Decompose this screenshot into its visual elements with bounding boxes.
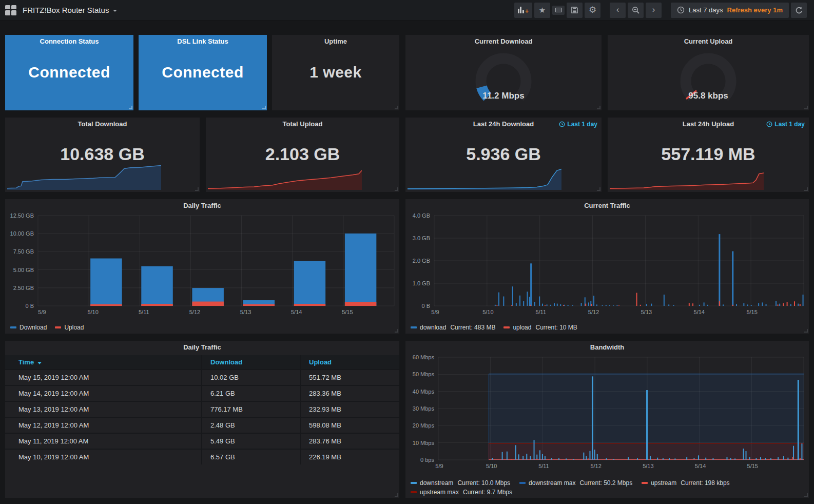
- dashboard-title-dropdown[interactable]: FRITZ!Box Router Status: [23, 6, 117, 14]
- panel-title[interactable]: Current Download: [405, 35, 602, 48]
- panel-resize-handle[interactable]: [597, 187, 600, 191]
- navbar: FRITZ!Box Router Status + ★ ⚙ ‹: [0, 0, 814, 21]
- panel-daily-traffic-table: Daily Traffic Time Download Upload May 1…: [5, 341, 399, 498]
- panel-resize-handle[interactable]: [597, 106, 600, 109]
- panel-title[interactable]: Daily Traffic: [5, 199, 399, 212]
- table-row: May 15, 2019 12:00 AM 10.02 GB 551.72 MB: [5, 369, 399, 385]
- legend-item[interactable]: download Current: 483 MB: [411, 324, 495, 331]
- time-forward-button[interactable]: ›: [646, 3, 662, 18]
- total-download-value: 10.638 GB: [5, 144, 200, 164]
- legend-item[interactable]: downstream Current: 10.0 Mbps: [411, 479, 510, 487]
- column-header-download[interactable]: Download: [202, 355, 301, 369]
- panel-connection-status: Connection Status Connected: [5, 35, 133, 110]
- timeshift-label: Last 1 day: [567, 121, 597, 128]
- panel-resize-handle[interactable]: [804, 493, 808, 497]
- refresh-interval-label: Refresh every 1m: [727, 6, 783, 14]
- refresh-button[interactable]: [791, 3, 807, 18]
- svg-text:0 B: 0 B: [421, 303, 430, 309]
- svg-text:5/14: 5/14: [694, 309, 705, 315]
- panel-current-traffic-chart: Current Traffic 0 B1.0 GB2.0 GB3.0 GB4.0…: [405, 199, 809, 334]
- panel-bandwidth-chart: Bandwidth 0 bps10 Mbps20 Mbps30 Mbps40 M…: [405, 341, 809, 498]
- panel-resize-handle[interactable]: [395, 187, 398, 191]
- time-back-button[interactable]: ‹: [610, 3, 626, 18]
- legend-item[interactable]: downstream max Current: 50.2 Mbps: [519, 479, 632, 487]
- panel-resize-handle[interactable]: [395, 106, 398, 109]
- table-row: May 13, 2019 12:00 AM 776.17 MB 232.93 M…: [5, 401, 399, 417]
- panel-resize-handle[interactable]: [804, 106, 808, 109]
- svg-text:10 Mbps: 10 Mbps: [413, 440, 435, 446]
- legend-swatch: [55, 326, 61, 328]
- panel-total-download: Total Download 10.638 GB: [5, 118, 200, 192]
- svg-text:5.00 GB: 5.00 GB: [13, 267, 34, 273]
- panel-title[interactable]: DSL Link Status: [139, 35, 267, 48]
- total-upload-sparkline: [208, 162, 362, 190]
- panel-title[interactable]: Daily Traffic: [5, 341, 399, 354]
- panel-resize-handle[interactable]: [804, 329, 808, 333]
- svg-text:60 Mbps: 60 Mbps: [413, 354, 435, 360]
- column-header-time[interactable]: Time: [5, 355, 202, 369]
- gear-icon: ⚙: [589, 5, 596, 15]
- column-header-upload[interactable]: Upload: [301, 355, 399, 369]
- current-traffic-chart[interactable]: 0 B1.0 GB2.0 GB3.0 GB4.0 GB5/95/105/115/…: [405, 212, 809, 319]
- svg-text:5/10: 5/10: [482, 309, 493, 315]
- svg-text:5/9: 5/9: [435, 463, 443, 469]
- legend-item[interactable]: upstream Current: 198 kbps: [642, 479, 729, 487]
- panel-resize-handle[interactable]: [262, 106, 266, 109]
- last24h-upload-sparkline: [610, 166, 764, 190]
- legend-item[interactable]: Download: [10, 324, 47, 331]
- grafana-logo[interactable]: [5, 5, 16, 15]
- panel-last24h-upload: Last 24h Upload Last 1 day 557.119 MB: [608, 118, 809, 192]
- time-range-button[interactable]: Last 7 days Refresh every 1m: [671, 3, 789, 18]
- panel-daily-traffic-chart: Daily Traffic 0 B2.50 GB5.00 GB7.50 GB10…: [5, 199, 399, 334]
- uptime-value: 1 week: [272, 64, 399, 81]
- svg-text:10.00 GB: 10.00 GB: [10, 230, 34, 237]
- star-button[interactable]: ★: [534, 3, 550, 18]
- chevron-left-icon: ‹: [616, 5, 619, 14]
- panel-resize-handle[interactable]: [129, 106, 132, 109]
- panel-title[interactable]: Total Download: [5, 118, 200, 131]
- svg-text:5/12: 5/12: [189, 309, 200, 315]
- svg-text:5/13: 5/13: [240, 309, 251, 315]
- current-download-value: 11.2 Mbps: [405, 91, 602, 101]
- last24h-download-sparkline: [408, 166, 561, 190]
- panel-uptime: Uptime 1 week: [272, 35, 399, 110]
- svg-text:5/15: 5/15: [342, 309, 353, 315]
- panel-title[interactable]: Bandwidth: [405, 341, 809, 354]
- svg-text:2.0 GB: 2.0 GB: [413, 258, 430, 264]
- legend-swatch: [503, 326, 510, 328]
- svg-text:1.0 GB: 1.0 GB: [413, 280, 430, 286]
- save-button[interactable]: [567, 3, 583, 18]
- panel-total-upload: Total Upload 2.103 GB: [206, 118, 399, 192]
- settings-button[interactable]: ⚙: [585, 3, 600, 18]
- legend-item[interactable]: upload Current: 10 MB: [503, 324, 577, 331]
- svg-text:5/10: 5/10: [87, 309, 98, 315]
- legend-item[interactable]: Upload: [55, 324, 84, 331]
- panel-resize-handle[interactable]: [195, 187, 199, 191]
- svg-text:30 Mbps: 30 Mbps: [413, 405, 435, 412]
- legend-swatch: [519, 482, 526, 484]
- star-icon: ★: [539, 6, 546, 15]
- panel-title[interactable]: Uptime: [272, 35, 399, 48]
- add-panel-button[interactable]: +: [514, 3, 533, 18]
- svg-text:5/12: 5/12: [588, 309, 599, 315]
- panel-resize-handle[interactable]: [804, 187, 808, 191]
- panel-title[interactable]: Connection Status: [5, 35, 133, 48]
- time-range-label: Last 7 days: [689, 6, 723, 14]
- panel-title[interactable]: Total Upload: [206, 118, 399, 131]
- panel-last24h-download: Last 24h Download Last 1 day 5.936 GB: [405, 118, 602, 192]
- legend-swatch: [411, 482, 417, 484]
- svg-text:2.50 GB: 2.50 GB: [13, 285, 34, 291]
- share-button[interactable]: [552, 6, 565, 15]
- zoom-out-button[interactable]: [628, 3, 644, 18]
- panel-resize-handle[interactable]: [395, 329, 398, 333]
- page-title: FRITZ!Box Router Status: [23, 6, 109, 14]
- legend-item[interactable]: upstream max Current: 9.7 Mbps: [411, 489, 512, 496]
- bandwidth-chart[interactable]: 0 bps10 Mbps20 Mbps30 Mbps40 Mbps50 Mbps…: [405, 354, 809, 473]
- panel-dsl-link-status: DSL Link Status Connected: [139, 35, 267, 110]
- table-row: May 12, 2019 12:00 AM 2.48 GB 598.08 MB: [5, 417, 399, 433]
- svg-text:12.50 GB: 12.50 GB: [10, 212, 34, 219]
- panel-resize-handle[interactable]: [395, 493, 398, 497]
- panel-title[interactable]: Current Upload: [608, 35, 809, 48]
- daily-traffic-chart[interactable]: 0 B2.50 GB5.00 GB7.50 GB10.00 GB12.50 GB…: [5, 212, 399, 319]
- panel-title[interactable]: Current Traffic: [405, 199, 809, 212]
